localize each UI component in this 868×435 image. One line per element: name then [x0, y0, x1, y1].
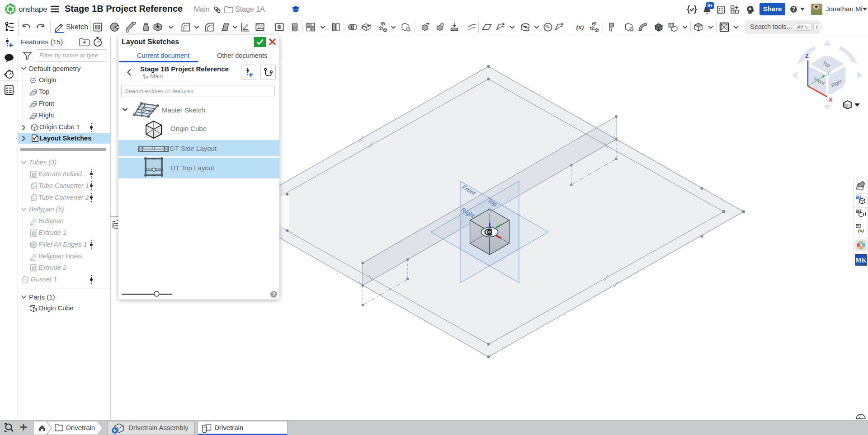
- svg-text:MK: MK: [855, 257, 866, 264]
- svg-text:(x): (x): [858, 228, 864, 233]
